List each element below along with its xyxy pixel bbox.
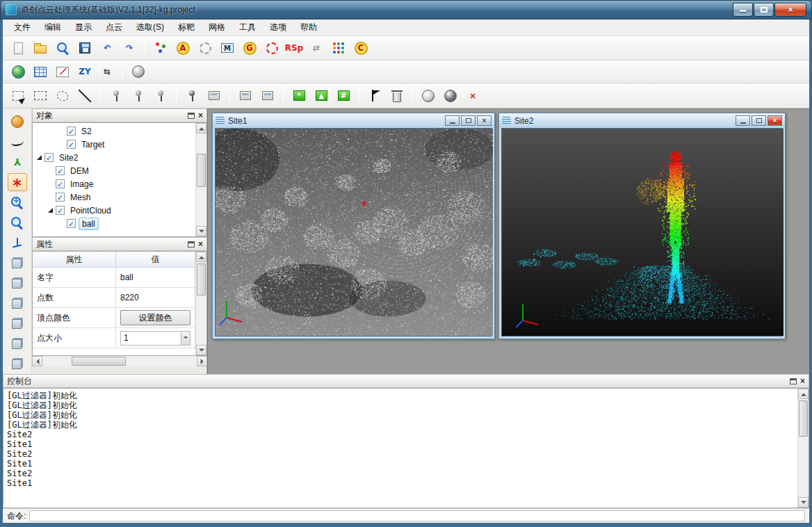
scroll-thumb[interactable] bbox=[799, 400, 808, 437]
menu-item-options[interactable]: 选项 bbox=[263, 19, 293, 35]
site1-window[interactable]: Site1 × bbox=[212, 113, 495, 339]
tree-item-dem[interactable]: ✓DEM bbox=[33, 164, 195, 177]
float-panel-icon[interactable] bbox=[188, 241, 195, 248]
minimize-button[interactable] bbox=[733, 3, 753, 17]
sphere-dark-button[interactable] bbox=[440, 86, 461, 106]
checkbox-site2[interactable]: ✓ bbox=[44, 153, 54, 162]
refresh-arrows-button[interactable]: ⇄ bbox=[306, 38, 327, 58]
command-input[interactable] bbox=[29, 510, 805, 521]
save-button[interactable] bbox=[74, 38, 95, 58]
chart-button[interactable] bbox=[52, 62, 73, 81]
site2-viewport[interactable] bbox=[502, 129, 783, 336]
tree-item-s2[interactable]: ✓S2 bbox=[33, 124, 195, 138]
sphere-button[interactable] bbox=[128, 62, 149, 81]
view-cube-6-button[interactable] bbox=[8, 355, 27, 373]
menu-item-tools[interactable]: 工具 bbox=[232, 19, 263, 35]
view-cube-4-button[interactable] bbox=[8, 314, 27, 332]
grid-table-button[interactable] bbox=[30, 62, 51, 81]
tree-item-ball[interactable]: ✓ball bbox=[33, 217, 195, 230]
line-select-button[interactable] bbox=[74, 86, 95, 106]
site1-titlebar[interactable]: Site1 × bbox=[213, 113, 494, 128]
dashed-circle-button[interactable] bbox=[195, 38, 216, 58]
tree-item-mesh[interactable]: ✓Mesh bbox=[33, 190, 195, 204]
scroll-down-icon[interactable] bbox=[196, 226, 206, 236]
site1-maximize-button[interactable] bbox=[461, 115, 476, 126]
sphere-light-button[interactable] bbox=[418, 86, 439, 106]
view-cube-2-button[interactable] bbox=[8, 274, 27, 292]
rgb-points-button[interactable] bbox=[150, 38, 171, 58]
checkbox-pointcloud[interactable]: ✓ bbox=[56, 206, 65, 215]
point-size-input[interactable]: 1 bbox=[121, 333, 181, 343]
scroll-up-icon[interactable] bbox=[196, 123, 206, 133]
scroll-thumb[interactable] bbox=[197, 264, 206, 295]
zoom-in-button[interactable]: + bbox=[8, 193, 27, 211]
properties-scrollbar[interactable] bbox=[195, 252, 206, 355]
dot-grid-button[interactable] bbox=[328, 38, 349, 58]
window-titlebar[interactable]: 鼎创点云处理系统(基础版)V2.1.1[32]-kg.project × bbox=[0, 0, 812, 19]
dock-horizontal-scrollbar[interactable] bbox=[32, 356, 207, 366]
measure-swap-button[interactable]: ⇆ bbox=[97, 62, 117, 81]
globe-button[interactable] bbox=[8, 62, 29, 81]
close-panel-icon[interactable]: × bbox=[800, 378, 805, 384]
scroll-up-icon[interactable] bbox=[798, 389, 809, 399]
tree-item-image[interactable]: ✓Image bbox=[33, 177, 195, 190]
scroll-up-icon[interactable] bbox=[196, 252, 206, 262]
scroll-down-icon[interactable] bbox=[196, 345, 206, 355]
site2-minimize-button[interactable] bbox=[736, 115, 750, 126]
target-o-button[interactable] bbox=[261, 38, 282, 58]
expander-icon[interactable] bbox=[48, 208, 53, 213]
green-pin-button[interactable]: ▲ bbox=[311, 86, 332, 106]
scroll-left-icon[interactable] bbox=[32, 356, 42, 366]
float-panel-icon[interactable] bbox=[188, 113, 195, 119]
frame-b-button[interactable] bbox=[235, 86, 256, 106]
new-file-button[interactable] bbox=[8, 38, 29, 58]
target-g-button[interactable]: G bbox=[239, 38, 260, 58]
scroll-track[interactable] bbox=[196, 262, 206, 345]
lasso-select-button[interactable] bbox=[52, 86, 73, 106]
target-a-button[interactable]: A bbox=[172, 38, 193, 58]
orbit-view-button[interactable] bbox=[8, 113, 27, 131]
pin-dark-button[interactable] bbox=[181, 86, 202, 106]
rect-select-button[interactable] bbox=[30, 86, 51, 106]
axis-edit-button[interactable]: ZY bbox=[74, 62, 95, 81]
tree-item-site2[interactable]: ✓Site2 bbox=[33, 151, 195, 164]
pin-c-button[interactable] bbox=[150, 86, 171, 106]
target-c-button[interactable]: C bbox=[350, 38, 371, 58]
menu-item-mesh[interactable]: 网格 bbox=[202, 19, 232, 35]
site2-window[interactable]: Site2 × bbox=[498, 113, 786, 339]
zoom-window-button[interactable] bbox=[8, 213, 27, 232]
checkbox-target[interactable]: ✓ bbox=[67, 140, 76, 149]
checkbox-dem[interactable]: ✓ bbox=[56, 166, 65, 175]
menu-item-view[interactable]: 显示 bbox=[68, 19, 99, 35]
site2-close-button[interactable]: × bbox=[768, 115, 782, 126]
set-color-button[interactable]: 设置颜色 bbox=[120, 310, 190, 325]
view-cube-3-button[interactable] bbox=[8, 294, 27, 312]
site1-close-button[interactable]: × bbox=[477, 115, 492, 126]
mesh-target-button[interactable]: M bbox=[217, 38, 238, 58]
close-button[interactable]: × bbox=[774, 3, 806, 17]
menu-item-point-cloud[interactable]: 点云 bbox=[99, 19, 129, 35]
scroll-track[interactable] bbox=[196, 133, 206, 226]
site2-titlebar[interactable]: Site2 × bbox=[499, 113, 785, 128]
pin-b-button[interactable] bbox=[128, 86, 149, 106]
scroll-down-icon[interactable] bbox=[798, 497, 809, 508]
checkbox-mesh[interactable]: ✓ bbox=[56, 193, 65, 202]
maximize-button[interactable] bbox=[754, 3, 774, 17]
menu-item-select[interactable]: 选取(S) bbox=[129, 19, 171, 35]
float-panel-icon[interactable] bbox=[790, 378, 797, 384]
find-button[interactable] bbox=[52, 38, 73, 58]
console-scrollbar[interactable] bbox=[797, 389, 809, 508]
axes-view-button[interactable] bbox=[8, 234, 27, 252]
redo-button[interactable]: ↷ bbox=[119, 38, 140, 58]
scroll-right-icon[interactable] bbox=[197, 356, 207, 366]
scroll-track[interactable] bbox=[798, 399, 809, 497]
tree-item-pointcloud[interactable]: ✓PointCloud bbox=[33, 204, 195, 217]
snap-point-button[interactable]: * bbox=[8, 173, 27, 191]
checkbox-s2[interactable]: ✓ bbox=[67, 127, 76, 136]
checkbox-image[interactable]: ✓ bbox=[56, 179, 65, 188]
view-cube-5-button[interactable] bbox=[8, 334, 27, 352]
green-grid-button[interactable]: # bbox=[333, 86, 354, 106]
frame-a-button[interactable] bbox=[204, 86, 225, 106]
scroll-track[interactable] bbox=[42, 356, 197, 366]
scroll-thumb[interactable] bbox=[197, 154, 206, 187]
